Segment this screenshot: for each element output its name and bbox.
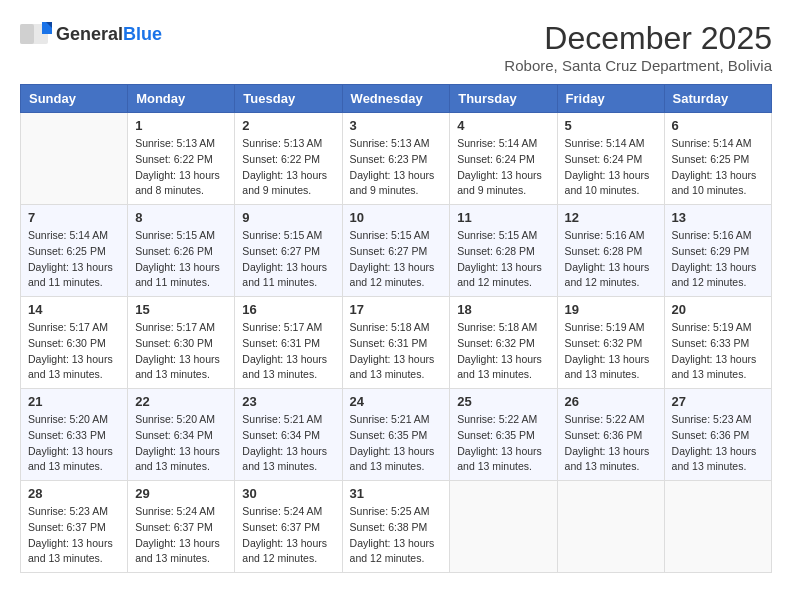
calendar-body: 1Sunrise: 5:13 AMSunset: 6:22 PMDaylight… (21, 113, 772, 573)
logo-blue-text: Blue (123, 24, 162, 45)
day-info: Sunrise: 5:14 AMSunset: 6:24 PMDaylight:… (565, 136, 657, 199)
day-info: Sunrise: 5:16 AMSunset: 6:29 PMDaylight:… (672, 228, 764, 291)
day-number: 19 (565, 302, 657, 317)
day-number: 17 (350, 302, 443, 317)
day-info: Sunrise: 5:14 AMSunset: 6:25 PMDaylight:… (28, 228, 120, 291)
calendar-week-row: 28Sunrise: 5:23 AMSunset: 6:37 PMDayligh… (21, 481, 772, 573)
calendar-cell: 11Sunrise: 5:15 AMSunset: 6:28 PMDayligh… (450, 205, 557, 297)
day-number: 23 (242, 394, 334, 409)
day-info: Sunrise: 5:15 AMSunset: 6:26 PMDaylight:… (135, 228, 227, 291)
calendar-week-row: 1Sunrise: 5:13 AMSunset: 6:22 PMDaylight… (21, 113, 772, 205)
day-number: 30 (242, 486, 334, 501)
day-number: 27 (672, 394, 764, 409)
svg-rect-1 (20, 24, 34, 44)
calendar-cell: 12Sunrise: 5:16 AMSunset: 6:28 PMDayligh… (557, 205, 664, 297)
day-number: 12 (565, 210, 657, 225)
calendar-table: SundayMondayTuesdayWednesdayThursdayFrid… (20, 84, 772, 573)
logo: General Blue (20, 20, 162, 48)
calendar-cell: 19Sunrise: 5:19 AMSunset: 6:32 PMDayligh… (557, 297, 664, 389)
day-number: 2 (242, 118, 334, 133)
day-number: 21 (28, 394, 120, 409)
calendar-cell: 17Sunrise: 5:18 AMSunset: 6:31 PMDayligh… (342, 297, 450, 389)
calendar-week-row: 21Sunrise: 5:20 AMSunset: 6:33 PMDayligh… (21, 389, 772, 481)
day-number: 22 (135, 394, 227, 409)
calendar-cell: 13Sunrise: 5:16 AMSunset: 6:29 PMDayligh… (664, 205, 771, 297)
day-number: 29 (135, 486, 227, 501)
day-number: 9 (242, 210, 334, 225)
calendar-cell: 16Sunrise: 5:17 AMSunset: 6:31 PMDayligh… (235, 297, 342, 389)
day-number: 1 (135, 118, 227, 133)
calendar-cell: 7Sunrise: 5:14 AMSunset: 6:25 PMDaylight… (21, 205, 128, 297)
day-info: Sunrise: 5:18 AMSunset: 6:32 PMDaylight:… (457, 320, 549, 383)
calendar-cell: 5Sunrise: 5:14 AMSunset: 6:24 PMDaylight… (557, 113, 664, 205)
day-info: Sunrise: 5:14 AMSunset: 6:25 PMDaylight:… (672, 136, 764, 199)
day-number: 7 (28, 210, 120, 225)
day-info: Sunrise: 5:22 AMSunset: 6:36 PMDaylight:… (565, 412, 657, 475)
calendar-cell: 20Sunrise: 5:19 AMSunset: 6:33 PMDayligh… (664, 297, 771, 389)
calendar-cell: 18Sunrise: 5:18 AMSunset: 6:32 PMDayligh… (450, 297, 557, 389)
day-number: 26 (565, 394, 657, 409)
calendar-header-sunday: Sunday (21, 85, 128, 113)
calendar-cell: 25Sunrise: 5:22 AMSunset: 6:35 PMDayligh… (450, 389, 557, 481)
day-info: Sunrise: 5:17 AMSunset: 6:30 PMDaylight:… (135, 320, 227, 383)
calendar-cell (21, 113, 128, 205)
day-info: Sunrise: 5:13 AMSunset: 6:23 PMDaylight:… (350, 136, 443, 199)
day-info: Sunrise: 5:23 AMSunset: 6:36 PMDaylight:… (672, 412, 764, 475)
calendar-cell: 30Sunrise: 5:24 AMSunset: 6:37 PMDayligh… (235, 481, 342, 573)
calendar-cell: 28Sunrise: 5:23 AMSunset: 6:37 PMDayligh… (21, 481, 128, 573)
day-number: 16 (242, 302, 334, 317)
day-number: 28 (28, 486, 120, 501)
calendar-cell: 31Sunrise: 5:25 AMSunset: 6:38 PMDayligh… (342, 481, 450, 573)
day-info: Sunrise: 5:18 AMSunset: 6:31 PMDaylight:… (350, 320, 443, 383)
calendar-header-tuesday: Tuesday (235, 85, 342, 113)
day-info: Sunrise: 5:13 AMSunset: 6:22 PMDaylight:… (242, 136, 334, 199)
calendar-cell: 29Sunrise: 5:24 AMSunset: 6:37 PMDayligh… (128, 481, 235, 573)
day-info: Sunrise: 5:20 AMSunset: 6:33 PMDaylight:… (28, 412, 120, 475)
calendar-cell (664, 481, 771, 573)
calendar-cell: 22Sunrise: 5:20 AMSunset: 6:34 PMDayligh… (128, 389, 235, 481)
day-number: 4 (457, 118, 549, 133)
day-info: Sunrise: 5:13 AMSunset: 6:22 PMDaylight:… (135, 136, 227, 199)
day-number: 6 (672, 118, 764, 133)
calendar-cell: 14Sunrise: 5:17 AMSunset: 6:30 PMDayligh… (21, 297, 128, 389)
day-info: Sunrise: 5:22 AMSunset: 6:35 PMDaylight:… (457, 412, 549, 475)
calendar-cell (450, 481, 557, 573)
calendar-cell: 24Sunrise: 5:21 AMSunset: 6:35 PMDayligh… (342, 389, 450, 481)
calendar-header-thursday: Thursday (450, 85, 557, 113)
calendar-week-row: 7Sunrise: 5:14 AMSunset: 6:25 PMDaylight… (21, 205, 772, 297)
day-number: 8 (135, 210, 227, 225)
logo-general-text: General (56, 24, 123, 45)
calendar-cell: 15Sunrise: 5:17 AMSunset: 6:30 PMDayligh… (128, 297, 235, 389)
calendar-header-monday: Monday (128, 85, 235, 113)
day-info: Sunrise: 5:19 AMSunset: 6:32 PMDaylight:… (565, 320, 657, 383)
calendar-cell: 10Sunrise: 5:15 AMSunset: 6:27 PMDayligh… (342, 205, 450, 297)
day-number: 15 (135, 302, 227, 317)
day-number: 3 (350, 118, 443, 133)
day-info: Sunrise: 5:24 AMSunset: 6:37 PMDaylight:… (242, 504, 334, 567)
month-title: December 2025 (504, 20, 772, 57)
day-number: 20 (672, 302, 764, 317)
calendar-cell: 1Sunrise: 5:13 AMSunset: 6:22 PMDaylight… (128, 113, 235, 205)
day-number: 10 (350, 210, 443, 225)
day-number: 25 (457, 394, 549, 409)
day-info: Sunrise: 5:14 AMSunset: 6:24 PMDaylight:… (457, 136, 549, 199)
calendar-header-saturday: Saturday (664, 85, 771, 113)
day-number: 18 (457, 302, 549, 317)
calendar-cell: 3Sunrise: 5:13 AMSunset: 6:23 PMDaylight… (342, 113, 450, 205)
calendar-cell: 27Sunrise: 5:23 AMSunset: 6:36 PMDayligh… (664, 389, 771, 481)
day-number: 5 (565, 118, 657, 133)
calendar-cell: 23Sunrise: 5:21 AMSunset: 6:34 PMDayligh… (235, 389, 342, 481)
calendar-header-wednesday: Wednesday (342, 85, 450, 113)
day-info: Sunrise: 5:21 AMSunset: 6:34 PMDaylight:… (242, 412, 334, 475)
calendar-cell: 8Sunrise: 5:15 AMSunset: 6:26 PMDaylight… (128, 205, 235, 297)
day-info: Sunrise: 5:24 AMSunset: 6:37 PMDaylight:… (135, 504, 227, 567)
calendar-cell: 21Sunrise: 5:20 AMSunset: 6:33 PMDayligh… (21, 389, 128, 481)
day-info: Sunrise: 5:15 AMSunset: 6:28 PMDaylight:… (457, 228, 549, 291)
day-number: 11 (457, 210, 549, 225)
calendar-cell: 4Sunrise: 5:14 AMSunset: 6:24 PMDaylight… (450, 113, 557, 205)
day-info: Sunrise: 5:21 AMSunset: 6:35 PMDaylight:… (350, 412, 443, 475)
calendar-header-row: SundayMondayTuesdayWednesdayThursdayFrid… (21, 85, 772, 113)
day-info: Sunrise: 5:16 AMSunset: 6:28 PMDaylight:… (565, 228, 657, 291)
day-info: Sunrise: 5:19 AMSunset: 6:33 PMDaylight:… (672, 320, 764, 383)
day-info: Sunrise: 5:25 AMSunset: 6:38 PMDaylight:… (350, 504, 443, 567)
